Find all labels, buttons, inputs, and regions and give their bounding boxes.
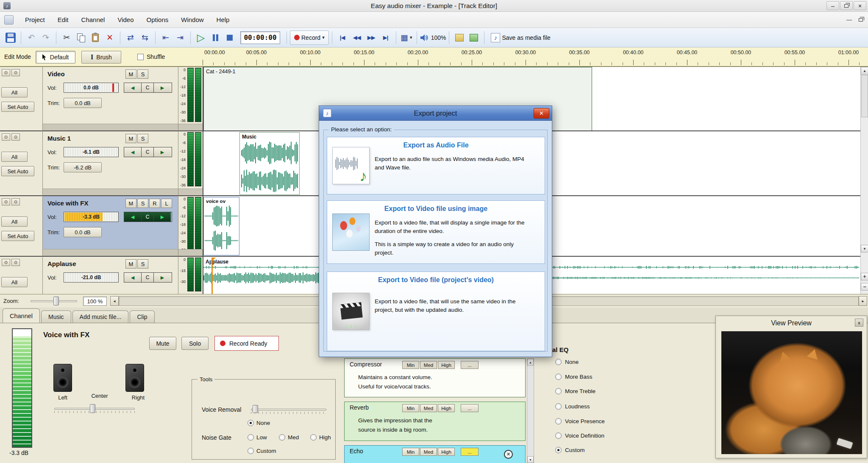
clip-marker[interactable] bbox=[211, 258, 213, 294]
pan-right-icon[interactable]: ▶ bbox=[154, 83, 171, 92]
undo-button[interactable]: ↶ bbox=[24, 30, 39, 45]
more-button[interactable]: ... bbox=[461, 361, 479, 369]
rewind-button[interactable]: ◀◀ bbox=[350, 30, 364, 45]
high-button[interactable]: High bbox=[438, 361, 455, 369]
goto-end-button[interactable]: ▶| bbox=[378, 30, 393, 45]
noise-high-radio[interactable] bbox=[310, 434, 317, 441]
pause-button[interactable] bbox=[208, 30, 223, 45]
track-collapse-button[interactable]: ⊙ bbox=[2, 198, 10, 205]
pan-left-icon[interactable]: ◀ bbox=[124, 147, 141, 157]
mdi-restore-icon[interactable] bbox=[859, 18, 863, 22]
restore-button[interactable] bbox=[840, 1, 853, 10]
save-as-media-file-button[interactable]: ♪ Save as media file bbox=[487, 30, 554, 45]
pan-control[interactable]: ◀ C ▶ bbox=[124, 83, 172, 93]
trim-end-tool-button[interactable]: ⇥ bbox=[173, 30, 187, 45]
pan-control[interactable]: ◀ C ▶ bbox=[124, 272, 172, 283]
track-vertical-scrollbar[interactable]: ▲ ▼ + − bbox=[860, 67, 868, 294]
solo-track-button[interactable]: S bbox=[137, 199, 148, 208]
solo-track-button[interactable]: S bbox=[137, 69, 148, 79]
menu-window[interactable]: Window bbox=[175, 12, 210, 28]
menu-options[interactable]: Options bbox=[140, 12, 175, 28]
preview-close-button[interactable]: x bbox=[855, 319, 863, 327]
effects-scrollbar[interactable]: ▲ ▼ bbox=[527, 358, 534, 463]
delete-button[interactable]: ✕ bbox=[103, 30, 117, 45]
noise-gate-custom-option[interactable]: Custom bbox=[248, 448, 276, 454]
med-button[interactable]: Med bbox=[420, 404, 437, 412]
menu-edit[interactable]: Edit bbox=[51, 12, 75, 28]
menu-channel[interactable]: Channel bbox=[75, 12, 111, 28]
volume-slider[interactable]: 0.0 dB bbox=[64, 83, 119, 93]
save-button[interactable] bbox=[3, 30, 18, 45]
noise-custom-radio[interactable] bbox=[248, 448, 254, 454]
menu-project[interactable]: Project bbox=[19, 12, 51, 28]
min-button[interactable]: Min bbox=[402, 361, 419, 369]
trim-button[interactable]: 0.0 dB bbox=[64, 227, 102, 237]
close-button[interactable]: × bbox=[854, 1, 866, 10]
eq-option-none[interactable]: None bbox=[555, 359, 579, 365]
pan-right-icon[interactable]: ▶ bbox=[154, 273, 171, 282]
zoom-in-tracks-button[interactable]: + bbox=[861, 273, 868, 280]
high-button[interactable]: High bbox=[438, 448, 455, 456]
voice-removal-slider[interactable] bbox=[251, 409, 326, 410]
pan-control[interactable]: ◀ C ▶ bbox=[124, 147, 172, 157]
pan-left-icon[interactable]: ◀ bbox=[124, 273, 141, 282]
effect-echo[interactable]: Echo Min Med High ... ✕ bbox=[344, 445, 526, 463]
stop-button[interactable] bbox=[223, 30, 237, 45]
timeline-ruler[interactable]: 00:00.00 00:05.00 00:10.00 00:15.00 00:2… bbox=[203, 47, 868, 66]
min-button[interactable]: Min bbox=[402, 404, 419, 412]
effect-reverb[interactable]: Reverb Min Med High ... Gives the impres… bbox=[344, 402, 526, 441]
export-video-project-option[interactable]: 2 4 5 Export to Video file (project's vi… bbox=[327, 272, 545, 351]
zoom-slider-thumb[interactable] bbox=[53, 297, 59, 305]
eq-option-loudness[interactable]: Loudness bbox=[555, 403, 590, 410]
more-button[interactable]: ... bbox=[461, 448, 479, 456]
scroll-right-icon[interactable]: ▸ bbox=[859, 296, 867, 306]
volume-button[interactable]: 100% bbox=[420, 30, 446, 45]
volume-slider[interactable]: -6.1 dB bbox=[64, 147, 119, 157]
track-header-music[interactable]: Music 1 M S Vol: -6.1 dB ◀ C ▶ Trim: -6.… bbox=[42, 131, 178, 195]
eq-option-voice-presence[interactable]: Voice Presence bbox=[555, 418, 605, 424]
paste-button[interactable] bbox=[88, 30, 103, 45]
track-expand-button[interactable]: ⊙ bbox=[11, 198, 20, 205]
play-button[interactable]: ▷ bbox=[194, 30, 208, 45]
mute-track-button[interactable]: M bbox=[125, 134, 136, 143]
scroll-down-icon[interactable]: ▼ bbox=[861, 245, 868, 252]
pan-center-button[interactable]: C bbox=[141, 273, 154, 282]
tab-clip[interactable]: Clip bbox=[130, 311, 154, 323]
track-expand-button[interactable]: ⊙ bbox=[11, 133, 20, 141]
pan-left-icon[interactable]: ◀ bbox=[124, 83, 141, 92]
med-button[interactable]: Med bbox=[420, 448, 437, 456]
track-collapse-button[interactable]: ⊙ bbox=[2, 69, 10, 76]
set-auto-button[interactable]: Set Auto bbox=[1, 166, 34, 176]
mute-track-button[interactable]: M bbox=[125, 259, 136, 269]
eq-voice-presence-radio[interactable] bbox=[555, 418, 562, 424]
remove-effect-button[interactable]: ✕ bbox=[504, 450, 513, 459]
video-window-button[interactable] bbox=[467, 30, 481, 45]
grid-button[interactable]: ▦▾ bbox=[399, 30, 414, 45]
record-dropdown-icon[interactable]: ▾ bbox=[322, 35, 325, 40]
trim-button[interactable]: 0.0 dB bbox=[64, 98, 102, 108]
minimize-button[interactable]: – bbox=[826, 1, 839, 10]
set-auto-button[interactable]: Set Auto bbox=[1, 231, 34, 241]
tab-music[interactable]: Music bbox=[41, 311, 71, 323]
med-button[interactable]: Med bbox=[420, 361, 437, 369]
all-button[interactable]: All bbox=[1, 277, 28, 287]
voice-removal-thumb[interactable] bbox=[253, 405, 258, 413]
eq-loudness-radio[interactable] bbox=[555, 403, 562, 410]
noise-gate-high-option[interactable]: High bbox=[310, 434, 331, 441]
solo-track-button[interactable]: S bbox=[137, 259, 148, 269]
eq-option-custom[interactable]: Custom bbox=[555, 447, 585, 453]
tab-channel[interactable]: Channel bbox=[3, 308, 40, 323]
noise-gate-low-option[interactable]: Low bbox=[248, 434, 267, 441]
noise-gate-med-option[interactable]: Med bbox=[279, 434, 299, 441]
scrollbar-thumb[interactable] bbox=[861, 75, 868, 117]
redo-button[interactable]: ↷ bbox=[39, 30, 53, 45]
default-tool-button[interactable]: Default bbox=[36, 51, 75, 64]
effects-scroll-down-icon[interactable]: ▼ bbox=[527, 456, 534, 463]
noise-none-radio[interactable] bbox=[248, 420, 254, 426]
mdi-minimize-icon[interactable]: — bbox=[846, 17, 852, 23]
noise-gate-none-option[interactable]: None bbox=[248, 420, 270, 426]
scroll-left-icon[interactable]: ◂ bbox=[110, 296, 119, 306]
mute-track-button[interactable]: M bbox=[125, 69, 136, 79]
menu-video[interactable]: Video bbox=[111, 12, 140, 28]
effects-scroll-up-icon[interactable]: ▲ bbox=[527, 359, 534, 366]
